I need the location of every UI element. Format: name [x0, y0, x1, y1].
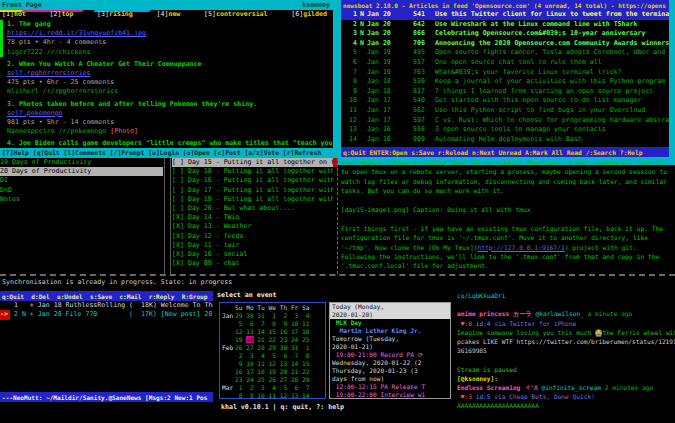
todo-list-item[interactable]: DI [0, 176, 163, 185]
todo-checkbox[interactable]: [ ] [172, 195, 184, 203]
reddit-post[interactable]: 4. Joe Biden calls game developers "litt… [0, 139, 333, 148]
todo-checkbox[interactable]: [X] [172, 232, 184, 240]
todo-checkbox[interactable]: [X] [172, 222, 184, 230]
article-hyperlink[interactable]: http://127.0.0.1:9167/1 [477, 244, 564, 251]
todo-list-item[interactable]: DnD [0, 186, 163, 195]
post-link[interactable]: https://i.redd.it/31vnqyuefzb41.jpg [7, 29, 333, 38]
article-row[interactable]: 12 Jan 17 597 C vs. Rust: Which to choos… [341, 116, 669, 126]
article-number: 14 [341, 135, 357, 145]
article-size: 557 [403, 58, 425, 68]
article-row[interactable]: 6 Jan 19 557 One open source chat tool t… [341, 58, 669, 68]
article-row[interactable]: 14 Jan 16 909 Automating Helm deployment… [341, 135, 669, 145]
todo-item[interactable]: [X] Day 09 - chat [172, 259, 333, 268]
reddit-post[interactable]: 1. The gang https://i.redd.it/31vnqyuefz… [0, 20, 333, 57]
tweet-handle[interactable]: @infinite_scream [541, 384, 601, 391]
calendar-event-row[interactable]: Martin Luther King Jr. [330, 327, 450, 335]
article-row[interactable]: 2 N Jan 20 642 Use Wireshark at the Linu… [341, 20, 669, 30]
todo-item-label: Day 18 - Putting it all together with e [188, 167, 333, 175]
todo-item-label: Day 15 - Putting it all together on the [188, 158, 333, 166]
calendar-today-cell[interactable]: 20 [246, 336, 253, 343]
todo-checkbox[interactable]: [X] [172, 213, 184, 221]
todo-list-item[interactable]: 19 Days of Productivity [0, 158, 163, 167]
tweet-url-continuation[interactable]: co/LqbKXuaDri [457, 291, 675, 300]
todo-checkbox[interactable]: [ ] [172, 186, 184, 194]
article-row[interactable]: 8 Jan 18 536 Keep a journal of your acti… [341, 77, 669, 87]
todo-item[interactable]: [X] Day 13 - Weather [172, 222, 333, 231]
todo-item[interactable]: [ ] Day 19 - Putting it all together wit… [172, 195, 333, 204]
mail-row[interactable]: -> 2 N + Jan 20 File 770 ( 17K) [New pos… [0, 310, 213, 319]
stream-input-prompt[interactable]: [@ksonney]: [457, 374, 675, 383]
article-row[interactable]: 1 N Jan 20 541 Use this Twitter client f… [341, 10, 669, 20]
todo-item[interactable]: [X] Day 14 - TWin [172, 213, 333, 222]
article-text-line: configuration file for tmux is '~/.tmux.… [341, 233, 675, 242]
rtv-sort-tab[interactable]: [6]gilded [291, 10, 327, 19]
article-size: 642 [403, 20, 425, 30]
todo-item[interactable]: [ ] Day 18 - Putting it all together wit… [172, 167, 333, 176]
pane-rtv-reddit[interactable]: Front Page ksonney [1]hot [2]top [3]risi… [0, 0, 333, 158]
article-row[interactable]: 13 Jan 16 558 3 open source tools to man… [341, 125, 669, 135]
article-row[interactable]: 3 N Jan 20 866 Celebrating Opensource.co… [341, 29, 669, 39]
article-row[interactable]: 5 Jan 19 495 Open source fights cancer, … [341, 48, 669, 58]
todo-item[interactable]: [X] Day 10 - social [172, 250, 333, 259]
calendar-event-row[interactable]: 19:00-21:00 Record PA ⟳ [330, 351, 450, 359]
pane-divider-vertical [337, 158, 339, 274]
article-size: 540 [403, 96, 425, 106]
tweet-handle[interactable]: @karlawilson_ [535, 310, 583, 317]
calendar-event-row[interactable]: Today (Monday, [330, 303, 450, 311]
rtv-sort-tab[interactable]: [5]controversial [204, 10, 268, 19]
calendar-event-row[interactable]: Wednesday, 2020-01-22 (2 [330, 359, 450, 367]
article-row[interactable]: 10 Jan 17 540 Get started with this open… [341, 96, 669, 106]
article-row[interactable]: 11 Jan 17 562 Use this Python script to … [341, 106, 669, 116]
rtv-sort-tab[interactable]: [3]rising [97, 10, 133, 19]
pane-twitter-stream[interactable]: co/LqbKXuaDri anime princess カーラ @karlaw… [457, 291, 675, 411]
pane-todo[interactable]: 19 Days of Productivity 20 Days of Produ… [0, 158, 333, 274]
todo-item[interactable]: [X] Day 11 - tuir [172, 241, 333, 250]
article-size: 909 [403, 135, 425, 145]
todo-checkbox[interactable]: [X] [172, 250, 184, 258]
post-link[interactable]: self.rpghorrorstories [7, 69, 333, 78]
mail-selection-arrow: -> [0, 310, 10, 319]
todo-checkbox[interactable]: [ ] [172, 176, 184, 184]
todo-checkbox[interactable]: [ ] [172, 167, 184, 175]
todo-checkbox[interactable]: [ ] [172, 204, 184, 212]
calendar-event-row[interactable]: MLK Day [330, 319, 450, 327]
todo-item[interactable]: [ ] Day 17 - Putting it all together wit… [172, 186, 333, 195]
calendar-event-row[interactable]: 2020-01-20) [330, 311, 450, 319]
reddit-post[interactable]: 2. When You Watch A Cheater Get Their Co… [0, 60, 333, 97]
article-row[interactable]: 4 N Jan 20 706 Announcing the 2020 Opens… [341, 39, 669, 49]
calendar-event-row[interactable]: days from now) [330, 375, 450, 383]
pane-newsboat[interactable]: newsboat 2.18.0 - Articles in feed 'Open… [341, 0, 669, 157]
mail-row[interactable]: 1 + Jan 18 RuthlessRolling ( 18K) Welcom… [0, 301, 213, 310]
todo-item[interactable]: [ ] Day 16 - Putting it all together wit… [172, 176, 333, 185]
todo-item[interactable]: [ ] Day 20 - But what about.... [172, 204, 333, 213]
calendar-event-row[interactable]: Thursday, 2020-01-23 (3 [330, 367, 450, 375]
article-row[interactable]: 9 Jan 18 817 7 things I learned from sta… [341, 87, 669, 97]
tweet-stats: ♥:0 id:4 via Twitter for iPhone [457, 319, 675, 328]
pane-neomutt[interactable]: q:Quit d:Del u:Undel s:Save c:Mail r:Rep… [0, 291, 213, 412]
todo-list-item[interactable]: Notes [0, 195, 163, 204]
todo-item[interactable]: [ ] Day 15 - Putting it all together on … [172, 158, 333, 167]
todo-item-label: Day 13 - Weather [188, 222, 252, 230]
calendar-event-row[interactable]: 2020-01-21) [330, 343, 450, 351]
pane-article-text[interactable]: Most people I know are using tmux for ve… [341, 158, 675, 274]
event-list[interactable]: Today (Monday, 2020-01-20) MLK Day Marti… [329, 302, 451, 399]
article-unread-flag: N [357, 20, 367, 30]
pane-khal-calendar[interactable]: select an event Su Mo Tu We Th Fr Sa Jan… [215, 291, 455, 412]
reddit-post[interactable]: 3. Photos taken before and after telling… [0, 100, 333, 137]
calendar-event-row[interactable]: Tomorrow (Tuesday, [330, 335, 450, 343]
todo-checkbox[interactable]: [ ] [172, 158, 184, 166]
post-link[interactable]: self.pokemongo [7, 109, 333, 118]
todo-checkbox[interactable]: [X] [172, 241, 184, 249]
todo-item-label: Day 20 - But what about.... [188, 204, 295, 212]
todo-checkbox[interactable]: [X] [172, 259, 184, 267]
rtv-sort-tab[interactable]: [4]new [157, 10, 181, 19]
tweet-timestamp: 2 minutes ago [605, 384, 653, 391]
rtv-sort-tab[interactable]: [1]hot [2, 10, 26, 19]
rtv-sort-tab[interactable]: [2]top [50, 10, 74, 19]
calendar-event-row[interactable]: 19:00-22:00 Interview wi [330, 391, 450, 399]
calendar-event-row[interactable]: 12:00-12:15 PA Release T [330, 383, 450, 391]
article-row[interactable]: 7 Jan 19 763 What&#039;s your favorite L… [341, 68, 669, 78]
todo-item[interactable]: [X] Day 12 - feeds [172, 232, 333, 241]
calendar-grid[interactable]: Su Mo Tu We Th Fr Sa Jan29 30 31 1 2 3 4… [219, 302, 326, 399]
todo-list-item[interactable]: 20 Days of Productivity [0, 167, 163, 176]
